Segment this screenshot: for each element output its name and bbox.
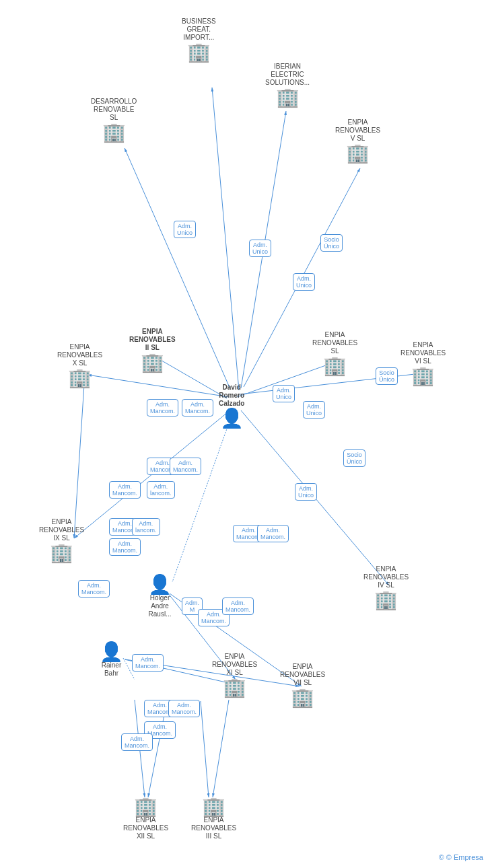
role-adm-mancom-15: Adm.Mancom. bbox=[132, 654, 164, 672]
svg-line-20 bbox=[201, 701, 209, 797]
role-adm-mancom-9: Adm.Mancom. bbox=[109, 538, 141, 556]
building-icon-desarrollo: 🏢 bbox=[102, 123, 126, 142]
role-adm-mancom-4: Adm.Mancom. bbox=[109, 481, 141, 499]
role-adm-mancom-17: Adm.Mancom. bbox=[168, 700, 200, 717]
svg-line-18 bbox=[213, 700, 229, 797]
node-enpia-ii[interactable]: ENPIARENOVABLESII SL 🏢 bbox=[129, 328, 176, 372]
node-enpia-sl[interactable]: ENPIARENOVABLESSL 🏢 bbox=[312, 331, 357, 375]
node-business-great[interactable]: BUSINESS GREAT. IMPORT... 🏢 bbox=[182, 17, 216, 62]
role-adm-mancom-5: Adm.lancom. bbox=[147, 481, 175, 499]
building-icon-enpia-xii: 🏢 bbox=[134, 797, 158, 816]
node-rainer[interactable]: 👤 RainerBahr bbox=[100, 643, 123, 679]
building-icon-iberian: 🏢 bbox=[276, 88, 300, 107]
building-icon-enpia-ii: 🏢 bbox=[141, 353, 164, 372]
building-icon-enpia-ix: 🏢 bbox=[50, 544, 73, 563]
building-icon-enpia-v: 🏢 bbox=[346, 144, 370, 163]
watermark: © © Empresa bbox=[439, 853, 483, 861]
node-iberian-electric[interactable]: IBERIANELECTRICSOLUTIONS... 🏢 bbox=[265, 63, 310, 107]
role-adm-mancom-14: Adm.Mancom. bbox=[222, 598, 254, 615]
person-icon-david: 👤 bbox=[220, 409, 244, 428]
node-enpia-x[interactable]: ENPIARENOVABLESX SL 🏢 bbox=[57, 343, 102, 388]
role-adm-mancom-2: Adm.Mancom. bbox=[182, 399, 213, 417]
role-adm-mancom-11: Adm.Mancom. bbox=[257, 525, 289, 542]
role-adm-unico-3: Adm.Unico bbox=[293, 273, 315, 291]
node-enpia-xii[interactable]: 🏢 ENPIARENOVABLESXII SL bbox=[123, 797, 168, 842]
building-icon-business: 🏢 bbox=[187, 43, 211, 62]
svg-line-21 bbox=[74, 385, 84, 538]
node-enpia-ix[interactable]: ENPIARENOVABLESIX SL 🏢 bbox=[39, 518, 84, 563]
person-icon-holger: 👤 bbox=[148, 575, 172, 594]
role-adm-mancom-12: Adm.Mancom. bbox=[78, 580, 110, 598]
building-icon-enpia-iv: 🏢 bbox=[374, 591, 398, 610]
role-socio-unico-3: SocioÚnico bbox=[343, 449, 365, 467]
svg-line-8 bbox=[88, 375, 229, 397]
role-adm-mancom-6: Adm.Mancom. bbox=[170, 458, 201, 475]
role-adm-mancom-19: Adm.Mancom. bbox=[121, 733, 153, 751]
node-enpia-vii[interactable]: ENPIARENOVABLESVII SL 🏢 bbox=[280, 663, 325, 707]
role-adm-unico-1: Adm.Unico bbox=[174, 221, 196, 238]
node-desarrollo[interactable]: DESARROLLORENOVABLESL 🏢 bbox=[91, 98, 137, 142]
svg-line-10 bbox=[172, 412, 233, 582]
building-icon-enpia-vi: 🏢 bbox=[411, 367, 435, 386]
node-enpia-iv[interactable]: ENPIARENOVABLESIV SL 🏢 bbox=[363, 565, 409, 610]
role-adm-unico-2: Adm.Unico bbox=[249, 240, 271, 257]
node-enpia-xi[interactable]: ENPIARENOVABLESXI SL 🏢 bbox=[212, 653, 257, 697]
node-enpia-v[interactable]: ENPIARENOVABLESV SL 🏢 bbox=[335, 118, 380, 163]
svg-line-1 bbox=[212, 87, 239, 390]
node-enpia-iii[interactable]: 🏢 ENPIARENOVABLESIII SL bbox=[191, 797, 236, 842]
node-enpia-vi[interactable]: ENPIARENOVABLESVI SL 🏢 bbox=[400, 341, 446, 386]
role-adm-mancom-8: Adm.lancom. bbox=[132, 518, 160, 536]
building-icon-enpia-iii: 🏢 bbox=[202, 797, 225, 816]
building-icon-enpia-sl: 🏢 bbox=[323, 357, 347, 375]
role-adm-unico-6: Adm.Unico bbox=[295, 483, 317, 501]
role-adm-unico-4: Adm.Unico bbox=[273, 385, 295, 402]
building-icon-enpia-x: 🏢 bbox=[68, 369, 92, 388]
role-socio-unico-2: SocioÚnico bbox=[376, 367, 398, 385]
role-socio-unico-1: SocioÚnico bbox=[320, 234, 343, 252]
role-adm-mancom-1: Adm.Mancom. bbox=[147, 399, 178, 417]
node-holger[interactable]: 👤 HolgerAndreRausl... bbox=[148, 575, 172, 620]
role-adm-unico-5: Adm.Unico bbox=[303, 401, 325, 419]
person-icon-rainer: 👤 bbox=[100, 643, 123, 661]
node-david[interactable]: DavidRomeroCalzado 👤 bbox=[219, 384, 244, 428]
building-icon-enpia-xi: 🏢 bbox=[223, 678, 246, 697]
building-icon-enpia-vii: 🏢 bbox=[291, 688, 314, 707]
